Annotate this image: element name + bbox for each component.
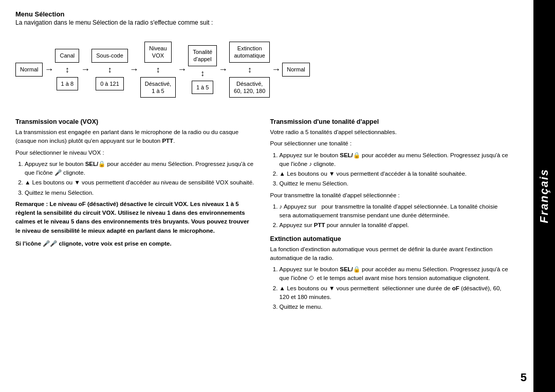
tonalite-step2-2: Appuyez sur PTT pour annuler la tonalité… — [280, 221, 510, 230]
extinction-step1: Appuyez sur le bouton SEL/🔒 pour accéder… — [280, 265, 510, 283]
flowchart: Normal → Canal ↕ 1 à 8 → Sous-code ↕ 0 à… — [15, 42, 514, 98]
extinction-steps: Appuyez sur le bouton SEL/🔒 pour accéder… — [270, 265, 510, 311]
arrow-souscode-vox: → — [128, 64, 140, 75]
arrow-extinction-normal2: → — [270, 64, 282, 75]
vox-title: Transmission vocale (VOX) — [15, 118, 255, 125]
extinction-title: Extinction automatique — [270, 235, 510, 242]
flow-box-extinction: Extinctionautomatique — [229, 42, 270, 63]
flow-box-vox: NiveauVOX — [144, 42, 171, 63]
arrow-normal-canal: → — [43, 64, 55, 75]
flow-box-normal1: Normal — [15, 63, 43, 76]
sidebar-language: Français — [533, 0, 555, 392]
flow-box-souscode: Sous-code — [91, 49, 128, 62]
flow-box-b1: 1 à 8 — [57, 77, 78, 90]
tonalite-steps1: Appuyez sur le bouton SEL/🔒 pour accéder… — [270, 151, 510, 189]
flow-box-tonalite: Tonalitéd'appel — [188, 45, 217, 66]
vox-para1: La transmission est engagée en parlant d… — [15, 128, 255, 146]
arrow-canal-souscode: → — [79, 64, 91, 75]
intro-text: La navigation dans le menu Sélection de … — [15, 19, 514, 26]
flow-box-normal2: Normal — [282, 63, 309, 76]
extinction-step3: Quittez le menu. — [280, 303, 510, 311]
left-column: Transmission vocale (VOX) La transmissio… — [15, 113, 255, 314]
arrow-tonalite-extinction: → — [217, 64, 229, 75]
vox-step1: Appuyez sur le bouton SEL/🔒 pour accéder… — [25, 160, 255, 178]
tonalite-step2-1: ♪ Appuyez sur pour transmettre la tonali… — [280, 202, 510, 220]
vox-step2: ▲ Les boutons ou ▼ vous permettent d'acc… — [25, 178, 255, 187]
section-title: Menu Sélection — [15, 10, 514, 18]
tonalite-step2: ▲ Les boutons ou ▼ vous permettent d'acc… — [280, 170, 510, 178]
vox-italic-note: Si l'icône 🎤🎤 clignote, votre voix est p… — [15, 239, 255, 248]
tonalite-title: Transmission d'une tonalité d'appel — [270, 118, 510, 125]
tonalite-para3: Pour transmettre la tonalité d'appel sél… — [270, 191, 510, 200]
tonalite-para2: Pour sélectionner une tonalité : — [270, 139, 510, 148]
tonalite-step1: Appuyez sur le bouton SEL/🔒 pour accéder… — [280, 151, 510, 169]
arrow-vox-tonalite: → — [176, 64, 188, 75]
language-label: Français — [538, 169, 551, 223]
flow-box-b2: 0 à 121 — [96, 77, 124, 90]
page-number: 5 — [521, 371, 527, 384]
flow-box-b4: 1 à 5 — [192, 81, 213, 94]
arrow-tonalite-down: ↕ — [200, 66, 205, 81]
flow-box-b5: Désactivé,60, 120, 180 — [229, 77, 270, 98]
arrow-canal-down: ↕ — [65, 63, 69, 77]
vox-step3: Quittez le menu Sélection. — [25, 189, 255, 197]
arrow-extinction-down: ↕ — [248, 63, 252, 77]
vox-para2: Pour sélectionner le niveau VOX : — [15, 148, 255, 157]
tonalite-steps2: ♪ Appuyez sur pour transmettre la tonali… — [270, 202, 510, 230]
extinction-step2: ▲ Les boutons ou ▼ vous permettent sélec… — [280, 284, 510, 302]
vox-note: Remarque : Le niveau oF (désactivé) désa… — [15, 200, 255, 235]
extinction-para1: La fonction d'extinction automatique vou… — [270, 245, 510, 263]
right-column: Transmission d'une tonalité d'appel Votr… — [270, 113, 510, 314]
arrow-souscode-down: ↕ — [108, 63, 112, 77]
tonalite-step3: Quittez le menu Sélection. — [280, 179, 510, 188]
flow-box-canal: Canal — [55, 49, 79, 62]
vox-steps: Appuyez sur le bouton SEL/🔒 pour accéder… — [15, 160, 255, 197]
arrow-vox-down: ↕ — [156, 63, 160, 77]
flow-box-b3: Désactivé,1 à 5 — [140, 77, 176, 98]
tonalite-para1: Votre radio a 5 tonalités d'appel sélect… — [270, 128, 510, 137]
